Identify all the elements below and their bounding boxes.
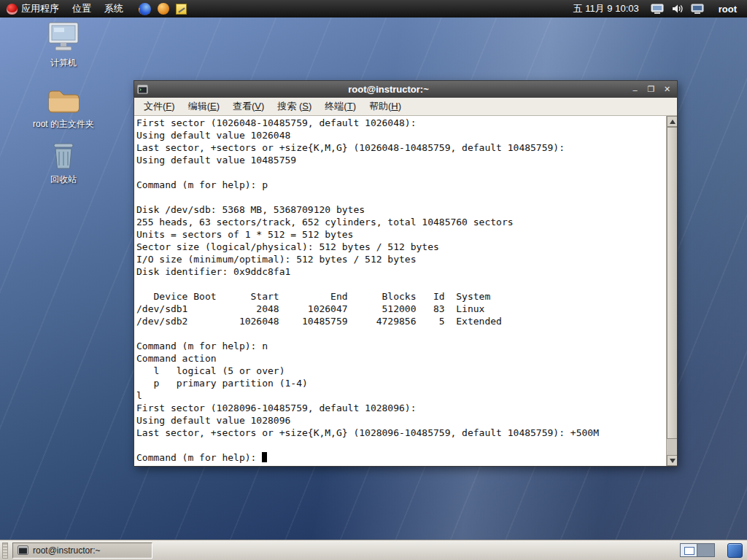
maximize-button[interactable]: ❐ [644, 83, 658, 96]
terminal-line: I/O size (minimum/optimal): 512 bytes / … [136, 254, 666, 266]
terminal-line: Using default value 10485759 [136, 155, 666, 167]
terminal-line [136, 167, 666, 179]
desktop-icon-label: 回收站 [27, 174, 100, 186]
firefox-launcher-icon[interactable] [139, 3, 151, 15]
places-menu-label: 位置 [72, 2, 91, 15]
desktop-screen: 应用程序 位置 系统 五 11月 9 10:03 [0, 0, 747, 560]
desktop-icon-label: 计算机 [27, 57, 100, 69]
terminal-line: Using default value 1028096 [136, 415, 666, 427]
task-button-terminal[interactable]: root@instructor:~ [12, 542, 152, 559]
terminal-line: Command action [136, 353, 666, 365]
menu-file[interactable]: 文件(F) [137, 98, 182, 115]
scroll-up-button[interactable] [667, 116, 677, 127]
terminal-line: First sector (1028096-10485759, default … [136, 402, 666, 415]
computer-status-icon[interactable] [651, 4, 664, 15]
terminal-line: 255 heads, 63 sectors/track, 652 cylinde… [136, 217, 666, 229]
terminal-line: Sector size (logical/physical): 512 byte… [136, 241, 666, 254]
scroll-down-button[interactable] [667, 455, 677, 466]
workspace-1[interactable] [680, 543, 697, 557]
system-menu-label: 系统 [104, 2, 123, 15]
terminal-cursor [262, 452, 267, 462]
terminal-line: Last sector, +sectors or +size{K,M,G} (1… [136, 427, 666, 440]
task-button-label: root@instructor:~ [33, 545, 101, 556]
menu-help[interactable]: 帮助(H) [363, 98, 408, 115]
terminal-line: /dev/sdb1 2048 1026047 512000 83 Linux [136, 303, 666, 316]
terminal-line: Disk /dev/sdb: 5368 MB, 5368709120 bytes [136, 204, 666, 217]
terminal-line: Command (m for help): p [136, 179, 666, 192]
terminal-line [136, 192, 666, 204]
terminal-line: /dev/sdb2 1026048 10485759 4729856 5 Ext… [136, 316, 666, 328]
terminal-line: First sector (1026048-10485759, default … [136, 117, 666, 130]
terminal-window-icon [137, 85, 149, 95]
terminal-line [136, 279, 666, 291]
display-icon[interactable] [691, 4, 704, 15]
taskbar-handle[interactable] [2, 542, 8, 559]
computer-icon [27, 20, 100, 54]
terminal-menubar: 文件(F) 编辑(E) 查看(V) 搜索 (S) 终端(T) 帮助(H) [134, 98, 677, 116]
desktop-icon-trash[interactable]: 回收站 [27, 137, 100, 186]
terminal-line: Device Boot Start End Blocks Id System [136, 291, 666, 303]
volume-icon[interactable] [671, 3, 684, 15]
scrollbar[interactable] [666, 116, 677, 466]
terminal-line: Command (m for help): [136, 452, 666, 464]
menu-terminal[interactable]: 终端(T) [318, 98, 363, 115]
menu-view[interactable]: 查看(V) [226, 98, 271, 115]
menu-search[interactable]: 搜索 (S) [271, 98, 318, 115]
terminal-window: root@instructor:~ – ❐ ✕ 文件(F) 编辑(E) 查看(V… [133, 80, 678, 467]
window-title: root@instructor:~ [149, 84, 628, 95]
task-terminal-icon [18, 545, 28, 555]
terminal-titlebar[interactable]: root@instructor:~ – ❐ ✕ [134, 81, 677, 98]
terminal-line: Last sector, +sectors or +size{K,M,G} (1… [136, 142, 666, 155]
desktop-icon-computer[interactable]: 计算机 [27, 20, 100, 69]
terminal-line [136, 328, 666, 341]
desktop-icon-home-folder[interactable]: root 的主文件夹 [27, 82, 100, 131]
home-folder-icon [27, 82, 100, 115]
menu-edit[interactable]: 编辑(E) [182, 98, 226, 115]
places-menu[interactable]: 位置 [66, 0, 98, 18]
terminal-line: Using default value 1026048 [136, 130, 666, 142]
terminal-line: l logical (5 or over) [136, 365, 666, 378]
minimize-button[interactable]: – [628, 83, 642, 96]
notes-launcher-icon[interactable] [176, 4, 187, 15]
clock[interactable]: 五 11月 9 10:03 [569, 2, 643, 15]
trash-icon [27, 137, 100, 171]
panel-applet-icon[interactable] [727, 543, 743, 558]
workspace-switcher [680, 543, 715, 557]
system-menu[interactable]: 系统 [98, 0, 130, 18]
close-button[interactable]: ✕ [660, 83, 674, 96]
terminal-line [136, 440, 666, 452]
terminal-line: Disk identifier: 0x9ddc8fa1 [136, 266, 666, 279]
terminal-content[interactable]: First sector (1026048-10485759, default … [134, 116, 677, 466]
terminal-line: l [136, 390, 666, 402]
app-launcher-icon[interactable] [158, 3, 169, 15]
terminal-output: First sector (1026048-10485759, default … [134, 116, 666, 466]
redhat-logo-icon [7, 4, 18, 15]
taskbar: root@instructor:~ [0, 540, 747, 560]
user-indicator[interactable]: root [711, 4, 741, 15]
terminal-line: p primary partition (1-4) [136, 378, 666, 390]
terminal-line: Units = sectors of 1 * 512 = 512 bytes [136, 229, 666, 241]
scrollbar-thumb[interactable] [667, 127, 677, 439]
top-panel: 应用程序 位置 系统 五 11月 9 10:03 [0, 0, 747, 18]
terminal-line: Command (m for help): n [136, 341, 666, 353]
workspace-2[interactable] [697, 543, 715, 557]
applications-menu-label: 应用程序 [21, 2, 59, 15]
desktop-icon-label: root 的主文件夹 [27, 118, 100, 131]
applications-menu[interactable]: 应用程序 [0, 0, 66, 18]
